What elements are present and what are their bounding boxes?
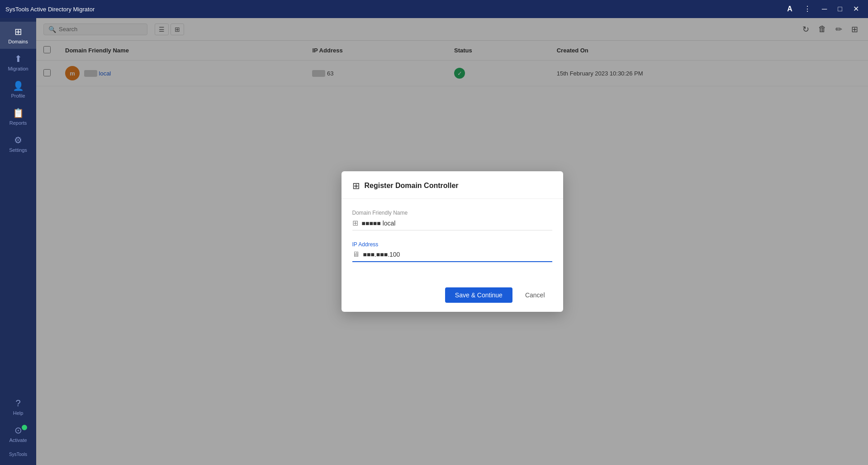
sidebar-label-activate: Activate [9, 437, 27, 443]
cancel-button[interactable]: Cancel [518, 287, 552, 303]
help-icon: ? [15, 398, 20, 409]
reports-icon: 📋 [13, 108, 24, 118]
dialog-title: Register Domain Controller [365, 182, 459, 190]
maximize-button[interactable]: □ [834, 4, 846, 14]
dialog-body: Domain Friendly Name ⊞ IP Address 🖥 [342, 199, 563, 282]
ip-address-group: IP Address 🖥 [352, 241, 552, 262]
migration-icon: ⬆ [14, 53, 22, 64]
domain-name-input[interactable] [362, 220, 552, 227]
sidebar-item-settings[interactable]: ⚙ Settings [0, 130, 36, 157]
ip-address-label: IP Address [352, 241, 552, 248]
domains-icon: ⊞ [14, 26, 22, 37]
logo-text: SysTools [9, 452, 27, 457]
sidebar-bottom: ? Help ⊙ Activate SysTools [0, 394, 36, 465]
register-domain-dialog: ⊞ Register Domain Controller Domain Frie… [342, 171, 563, 312]
menu-button[interactable]: ⋮ [800, 4, 815, 14]
sidebar-logo: SysTools [0, 447, 36, 461]
ip-address-input[interactable] [363, 251, 552, 258]
user-avatar-button[interactable]: A [783, 2, 797, 16]
title-bar: SysTools Active Directory Migrator A ⋮ ─… [0, 0, 868, 18]
profile-icon: 👤 [13, 80, 24, 91]
ip-address-input-wrapper: 🖥 [352, 250, 552, 262]
close-button[interactable]: ✕ [849, 4, 863, 14]
sidebar-item-profile[interactable]: 👤 Profile [0, 76, 36, 103]
sidebar-item-reports[interactable]: 📋 Reports [0, 103, 36, 130]
dialog-header: ⊞ Register Domain Controller [342, 171, 563, 199]
title-bar-controls: A ⋮ ─ □ ✕ [783, 2, 863, 16]
domain-input-icon: ⊞ [352, 219, 358, 227]
domain-name-group: Domain Friendly Name ⊞ [352, 210, 552, 230]
save-continue-button[interactable]: Save & Continue [445, 287, 512, 303]
app-title: SysTools Active Directory Migrator [5, 6, 95, 13]
minimize-button[interactable]: ─ [818, 4, 830, 14]
sidebar-label-help: Help [13, 410, 24, 416]
sidebar-item-help[interactable]: ? Help [0, 394, 36, 420]
sidebar-label-profile: Profile [11, 93, 25, 99]
ip-input-icon: 🖥 [352, 250, 360, 258]
title-bar-left: SysTools Active Directory Migrator [5, 6, 95, 13]
domain-name-input-wrapper: ⊞ [352, 219, 552, 230]
sidebar-item-domains[interactable]: ⊞ Domains [0, 22, 36, 49]
activate-status-dot [21, 424, 28, 431]
sidebar: ⊞ Domains ⬆ Migration 👤 Profile 📋 Report… [0, 18, 36, 465]
modal-overlay: ⊞ Register Domain Controller Domain Frie… [36, 18, 868, 465]
domain-name-label: Domain Friendly Name [352, 210, 552, 216]
sidebar-label-settings: Settings [9, 147, 27, 153]
sidebar-label-migration: Migration [8, 66, 28, 71]
sidebar-label-reports: Reports [9, 120, 27, 126]
main-content: 🔍 ☰ ⊞ ↻ 🗑 ✏ ⊞ [36, 18, 868, 465]
settings-icon: ⚙ [14, 135, 22, 146]
sidebar-item-activate[interactable]: ⊙ Activate [0, 420, 36, 447]
sidebar-label-domains: Domains [8, 39, 28, 44]
dialog-footer: Save & Continue Cancel [342, 282, 563, 312]
sidebar-item-migration[interactable]: ⬆ Migration [0, 49, 36, 76]
app-container: ⊞ Domains ⬆ Migration 👤 Profile 📋 Report… [0, 18, 868, 465]
dialog-header-icon: ⊞ [352, 180, 360, 191]
